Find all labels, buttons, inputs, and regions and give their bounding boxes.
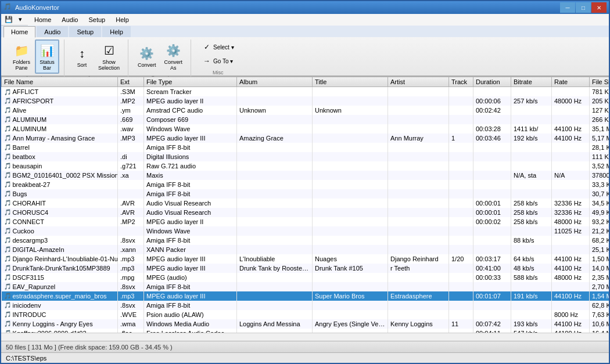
status-text: 50 files [ 131 Mo ] (Free disk space: 15… — [6, 344, 173, 351]
path-bar: C:\TESTS\eps — [1, 352, 609, 363]
table-row[interactable]: 🎵breakbeat-27Amiga IFF 8-bit33,3 KoA,10:… — [2, 180, 609, 189]
minimize-button[interactable]: ─ — [560, 2, 575, 13]
table-row[interactable]: 🎵INTRODUC.WVEPsion audio (ALAW)8000 Hz7,… — [2, 310, 609, 319]
cell-name: 🎵Bugs — [2, 189, 118, 199]
table-row[interactable]: 🎵beausapin.g721Raw G.721 audio3,52 MoA,1… — [2, 161, 609, 171]
table-row[interactable]: 🎵CHORAHIT.AVRAudio Visual Research00:00:… — [2, 199, 609, 208]
status-bar-button[interactable]: 📊 StatusBar — [35, 39, 59, 74]
table-row[interactable]: 🎵BGM2_01016401_0002 PSX Mission Mo....xa… — [2, 171, 609, 180]
table-row[interactable]: 🎵Alive.ymAmstrad CPC audioUnknownUnknown… — [2, 106, 609, 115]
table-row[interactable]: 🎵DrunkTank-DrunkTank105MP3889.mp3MPEG au… — [2, 264, 609, 273]
menu-home[interactable]: Home — [29, 15, 56, 25]
table-row[interactable]: 🎵Kenny Loggins - Angry Eyes.wmaWindows M… — [2, 319, 609, 329]
col-header-name[interactable]: File Name — [2, 77, 118, 87]
table-row[interactable]: 🎵Django Reinhard-L'Inoubliable-01-Nu....… — [2, 254, 609, 264]
col-header-artist[interactable]: Artist — [388, 77, 449, 87]
menu-setup[interactable]: Setup — [83, 15, 110, 25]
horizontal-scrollbar[interactable] — [1, 333, 609, 341]
menu-help[interactable]: Help — [110, 15, 134, 25]
cell-title — [313, 282, 388, 291]
ribbon-group-arrange: ↕️ Sort ☑ ShowSelection Arrange — [66, 39, 128, 81]
table-row[interactable]: 🎵EAV_Rapunzel.8svxAmiga IFF 8-bit2,70 Mo… — [2, 282, 609, 291]
table-row[interactable]: 🎵BarrelAmiga IFF 8-bit28,1 KoA,10:3 — [2, 143, 609, 152]
cell-album — [237, 226, 313, 236]
cell-filetype: Amiga IFF 8-bit — [144, 143, 237, 152]
table-row[interactable]: 🎵DIGITAL-AmazeIn.xannXANN Packer25,1 KoA… — [2, 245, 609, 254]
table-row[interactable]: 🎵Ann Murray - Amasing Grace.MP3MPEG audi… — [2, 134, 609, 143]
table-row[interactable]: 🎵CONNECT.MP2MPEG audio layer II00:00:022… — [2, 217, 609, 226]
col-header-filetype[interactable]: File Type — [144, 77, 237, 87]
cell-ext: .AVR — [118, 208, 144, 217]
cell-ext: .mp3 — [118, 264, 144, 273]
cell-title — [313, 161, 388, 171]
tab-audio[interactable]: Audio — [37, 26, 68, 37]
quick-dropdown-button[interactable]: ▾ — [15, 15, 26, 25]
cell-duration: 00:03:17 — [473, 254, 511, 264]
col-header-album[interactable]: Album — [237, 77, 313, 87]
cell-duration: 00:00:02 — [473, 217, 511, 226]
tab-home[interactable]: Home — [3, 26, 35, 38]
cell-name: 🎵INTRODUC — [2, 310, 118, 319]
app-icon: 🎵 — [3, 3, 13, 12]
cell-rate: 48000 Hz — [552, 96, 590, 106]
cell-bitrate: 64 kb/s — [511, 254, 552, 264]
convert-buttons: ⚙️ Convert ⚙️ ConvertAs — [134, 39, 186, 74]
cell-track — [449, 217, 473, 226]
convert-button[interactable]: ⚙️ Convert — [134, 43, 160, 70]
cell-track — [449, 96, 473, 106]
cell-track — [449, 282, 473, 291]
col-header-title[interactable]: Title — [313, 77, 388, 87]
cell-rate: 44100 Hz — [552, 329, 590, 333]
cell-duration — [473, 226, 511, 236]
close-button[interactable]: ✕ — [591, 2, 607, 13]
select-button[interactable]: ✓ Select ▾ — [199, 41, 237, 53]
col-header-filesize[interactable]: File Size — [590, 77, 609, 87]
cell-ext: .MP3 — [118, 134, 144, 143]
goto-icon: → — [202, 56, 211, 66]
col-header-track[interactable]: Track — [449, 77, 473, 87]
cell-artist — [388, 143, 449, 152]
cell-name: 🎵beatbox — [2, 152, 118, 161]
cell-rate — [552, 87, 590, 96]
table-row[interactable]: 🎵AFFLICT.S3MScream Tracker781 KoA,10:3 — [2, 87, 609, 96]
cell-album — [237, 245, 313, 254]
col-header-duration[interactable]: Duration — [473, 77, 511, 87]
table-row[interactable]: 🎵CuckooWindows Wave11025 Hz21,2 KoA,10:3 — [2, 226, 609, 236]
menu-audio[interactable]: Audio — [56, 15, 83, 25]
cell-name: 🎵breakbeat-27 — [2, 180, 118, 189]
table-row[interactable]: 🎵estradasphere.super_mario_bros.mp3MPEG … — [2, 291, 609, 301]
table-row[interactable]: 🎵BugsAmiga IFF 8-bit30,7 KoA,10:3 — [2, 189, 609, 199]
table-row[interactable]: 🎵DSCF3115.mpgMPEG (audio)00:00:33588 kb/… — [2, 273, 609, 282]
sort-button[interactable]: ↕️ Sort — [70, 43, 94, 70]
col-header-bitrate[interactable]: Bitrate — [511, 77, 552, 87]
cell-rate — [552, 180, 590, 189]
cell-filesize: 16,4 Mo — [590, 329, 609, 333]
goto-button[interactable]: → Go To ▾ — [199, 55, 237, 67]
table-row[interactable]: 🎵ALUMINUM.wavWindows Wave00:03:281411 kb… — [2, 124, 609, 134]
convert-as-button[interactable]: ⚙️ ConvertAs — [161, 40, 186, 73]
tab-setup[interactable]: Setup — [69, 26, 101, 37]
folders-pane-button[interactable]: 📁 FoldersPane — [9, 40, 34, 73]
cell-artist — [388, 236, 449, 245]
cell-track — [449, 291, 473, 301]
table-row[interactable]: 🎵CHORUSC4.AVRAudio Visual Research00:00:… — [2, 208, 609, 217]
cell-duration: 00:04:11 — [473, 329, 511, 333]
table-row[interactable]: 🎵beatbox.diDigital Illusions111 KoA,10:3 — [2, 152, 609, 161]
status-bar-icon: 📊 — [39, 42, 55, 59]
cell-duration: 00:00:33 — [473, 273, 511, 282]
cell-filetype: MPEG audio layer III — [144, 134, 237, 143]
cell-filesize: 1,54 Mo — [590, 291, 609, 301]
table-row[interactable]: 🎵Kgaffney2006-0909-d1t02.flacFree Lossle… — [2, 329, 609, 333]
table-row[interactable]: 🎵iniciodenv.8svxAmiga IFF 8-bit62,8 KoA,… — [2, 301, 609, 310]
col-header-rate[interactable]: Rate — [552, 77, 590, 87]
maximize-button[interactable]: □ — [576, 2, 591, 13]
tab-help[interactable]: Help — [102, 26, 131, 37]
quick-save-button[interactable]: 💾 — [3, 15, 14, 25]
col-header-ext[interactable]: Ext — [118, 77, 144, 87]
table-row[interactable]: 🎵ALUMINUM.669Composer 669266 KoA,10:3 — [2, 115, 609, 124]
show-selection-button[interactable]: ☑ ShowSelection — [95, 40, 123, 73]
cell-filesize: 35,1 Mo — [590, 124, 609, 134]
table-row[interactable]: 🎵AFRICSPORT.MP2MPEG audio layer II00:00:… — [2, 96, 609, 106]
table-row[interactable]: 🎵descargmp3.8svxAmiga IFF 8-bit88 kb/s68… — [2, 236, 609, 245]
file-table-container[interactable]: File Name Ext File Type Album Title Arti… — [1, 77, 609, 333]
